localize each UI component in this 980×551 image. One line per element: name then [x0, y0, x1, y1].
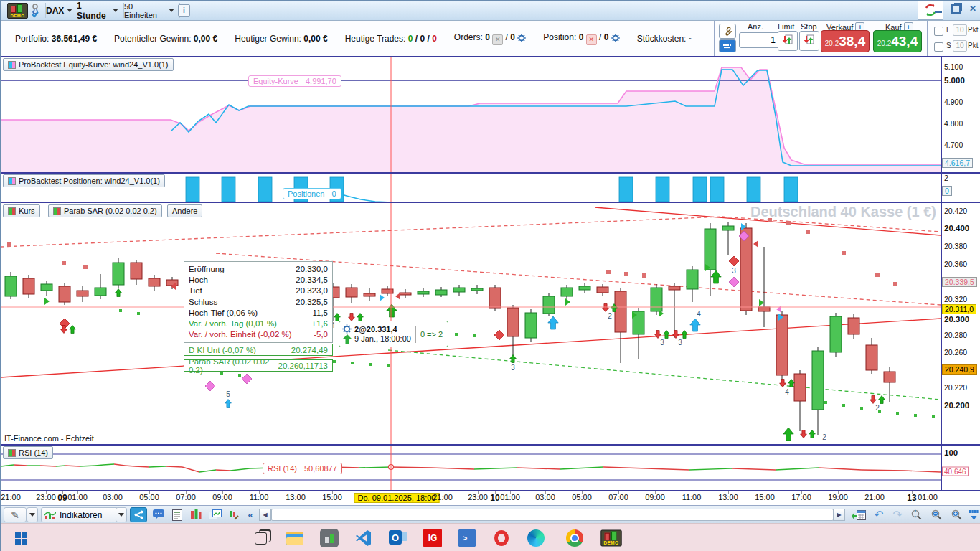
vscode-button[interactable] [354, 528, 374, 548]
sar-dot [914, 414, 917, 417]
info-button[interactable]: i [173, 3, 195, 18]
opera-icon [494, 530, 509, 546]
axis-label: 4.900 [944, 98, 963, 106]
indicators-button[interactable]: Indikatoren [41, 507, 118, 522]
axis-label: 5.100 [944, 62, 963, 71]
redo-button[interactable]: ↷ [889, 507, 906, 522]
undo-button[interactable]: ↶ [870, 507, 887, 522]
share-button[interactable] [130, 507, 147, 522]
unit-cost-stat: Stückkosten: - [637, 34, 692, 44]
rsi-series-label[interactable]: RSI (14)50,60877 [263, 463, 342, 474]
chrome-button[interactable] [565, 528, 585, 548]
panel-divider[interactable] [1, 172, 980, 174]
qty-input[interactable]: 1 [739, 32, 780, 48]
s-points-input[interactable]: 10 [953, 40, 967, 52]
candle-body [453, 288, 465, 292]
edge-button[interactable] [526, 528, 546, 548]
windows-button[interactable] [206, 507, 225, 522]
start-button[interactable] [11, 528, 31, 548]
series-color-chip [8, 449, 16, 457]
compare-button[interactable] [187, 507, 204, 522]
units-dropdown[interactable]: 50 Einheiten [119, 3, 180, 18]
draw-tool-dropdown[interactable] [27, 507, 38, 522]
draw-tool-button[interactable]: ✎ [4, 507, 27, 522]
stop-order-button[interactable] [799, 31, 819, 51]
portfolio-stat: Portfolio: 36.561,49 € [15, 34, 97, 44]
buy-button[interactable]: 20.243,4 [873, 30, 922, 52]
sar-square-marker [7, 242, 11, 247]
order-keyboard-button[interactable] [719, 39, 736, 52]
tab-positions[interactable]: ProBacktest Positionen: wind24_V1.0(1) [3, 174, 165, 187]
tab-andere[interactable]: Andere [167, 204, 202, 217]
limit-order-button[interactable] [778, 31, 798, 51]
tab-equity-curve[interactable]: ProBacktest Equity-Kurve: wind24_V1.0(1) [3, 58, 174, 71]
panel-divider[interactable] [1, 202, 980, 203]
chart-settings-button[interactable] [225, 507, 242, 522]
tab-parab-sar[interactable]: Parab SAR (0.02 0.02 0.2) [48, 204, 162, 217]
candle-body [687, 270, 698, 289]
equity-series-label[interactable]: Equity-Kurve4.991,70 [248, 75, 341, 87]
prorealtime-demo-icon: DEMO [600, 529, 621, 546]
tooltip-row: Var. / vorh. Tag (0,01 %)+1,6 [189, 319, 328, 329]
order-qty-price: 2@20.331,4 [354, 325, 411, 334]
scroll-left-button[interactable]: ◀ [259, 509, 271, 521]
time-label: 19:00 [828, 493, 848, 501]
powershell-button[interactable]: >_ [457, 528, 477, 548]
candle-body [23, 278, 34, 294]
positions-series-label[interactable]: Positionen0 [283, 188, 341, 199]
minimize-button[interactable] [933, 4, 943, 14]
close-button[interactable]: ✕ [968, 4, 978, 14]
sell-button[interactable]: 20.238,4 [821, 30, 870, 52]
rsi-segment [40, 466, 56, 466]
task-view-button[interactable] [250, 528, 270, 548]
series-color-chip [8, 207, 16, 215]
restore-button[interactable] [951, 4, 961, 14]
order-marker-box[interactable]: 2@20.331,4 9 Jan., 18:00:00 0 => 2 [339, 321, 448, 347]
sar-square-marker [842, 251, 846, 255]
zoom-fit-button[interactable] [908, 507, 926, 522]
orders-settings-icon[interactable] [517, 34, 526, 42]
scroll-right-button[interactable]: ▶ [833, 509, 845, 521]
compare-icon [190, 509, 202, 520]
comments-button[interactable] [150, 507, 167, 522]
chart-scrollbar[interactable] [271, 509, 834, 521]
rsi-segment [732, 468, 776, 470]
display-options-button[interactable] [966, 507, 980, 522]
outlook-button[interactable]: O [388, 528, 408, 548]
timeframe-dropdown[interactable]: 1 Stunde [72, 3, 124, 18]
order-tools-button[interactable] [719, 24, 736, 39]
indicators-dropdown[interactable] [116, 507, 127, 522]
rsi-segment [125, 466, 135, 466]
news-button[interactable] [169, 507, 186, 522]
file-explorer-button[interactable] [285, 528, 305, 548]
stop-checkbox[interactable] [934, 42, 943, 52]
diamond-marker [494, 330, 504, 340]
cancel-orders-icon[interactable]: ✕ [492, 34, 503, 45]
panel-divider[interactable] [1, 56, 980, 57]
rsi-segment [862, 470, 905, 471]
panel-divider[interactable] [1, 444, 980, 446]
opera-button[interactable] [491, 528, 512, 548]
collapse-toolbar-button[interactable]: « [243, 507, 258, 522]
prorealtime-button[interactable]: DEMO [601, 528, 621, 548]
close-position-icon[interactable]: ✕ [586, 34, 597, 45]
stocks-app-button[interactable] [319, 528, 339, 548]
zoom-in-button[interactable] [948, 507, 966, 522]
tab-rsi[interactable]: RSI (14) [3, 446, 53, 459]
orders-stat: Orders: 0 ✕ / 0 [454, 32, 526, 45]
sar-dot [860, 407, 863, 410]
ig-button[interactable]: IG [423, 528, 443, 548]
rsi-segment [474, 468, 517, 469]
zoom-out-button[interactable] [928, 507, 946, 522]
rsi-segment [560, 467, 603, 469]
goto-date-button[interactable] [849, 507, 869, 522]
triangle-marker [565, 298, 570, 306]
limit-checkbox[interactable] [934, 27, 943, 36]
axis-label: 20.280 [944, 331, 967, 339]
position-settings-icon[interactable] [611, 34, 620, 42]
tab-kurs[interactable]: Kurs [3, 204, 40, 217]
axis-label: 20.400 [944, 224, 969, 232]
price-chart-canvas[interactable]: 54323343422 [1, 57, 941, 491]
axis-label: 20.420 [944, 207, 967, 215]
l-points-input[interactable]: 10 [953, 24, 967, 36]
